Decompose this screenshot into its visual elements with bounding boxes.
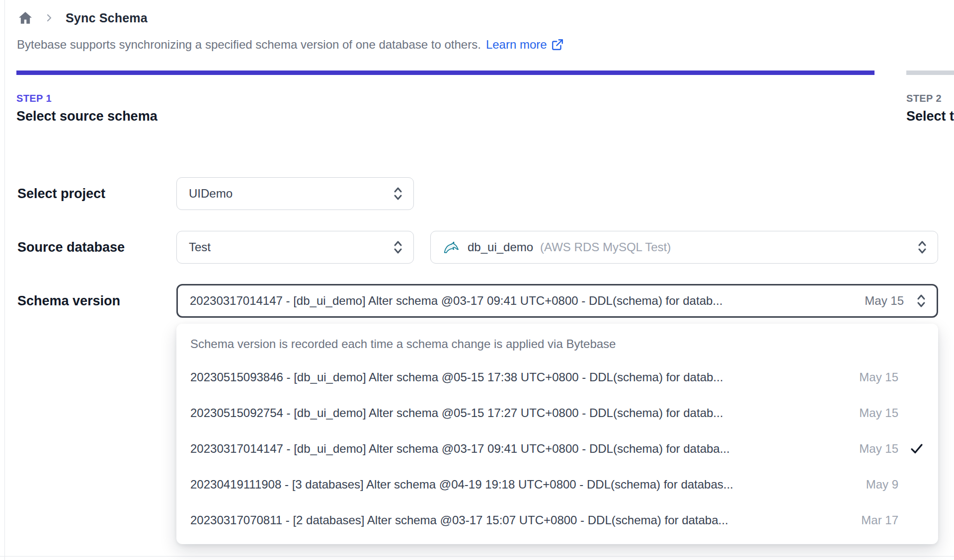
option-date: May 15	[851, 406, 898, 420]
learn-more-label: Learn more	[486, 38, 547, 52]
option-date: May 9	[851, 478, 898, 491]
breadcrumb: Sync Schema	[18, 8, 148, 28]
schema-version-select-date: May 15	[865, 294, 904, 308]
step2-title: Select t	[906, 109, 954, 124]
database-select-value: db_ui_demo	[468, 240, 533, 254]
chevron-up-down-icon	[392, 185, 404, 202]
schema-version-option[interactable]: 20230419111908 - [3 databases] Alter sch…	[176, 467, 938, 502]
schema-version-option[interactable]: 20230515092754 - [db_ui_demo] Alter sche…	[176, 395, 938, 431]
chevron-up-down-icon	[392, 239, 404, 256]
option-date: May 15	[851, 370, 898, 384]
step1-progress-bar	[16, 70, 874, 75]
environment-select[interactable]: Test	[176, 231, 414, 264]
option-text: 20230515093846 - [db_ui_demo] Alter sche…	[190, 370, 851, 384]
database-select[interactable]: db_ui_demo (AWS RDS MySQL Test)	[430, 231, 938, 264]
option-text: 20230317070811 - [2 databases] Alter sch…	[190, 513, 851, 527]
schema-version-dropdown: Schema version is recorded each time a s…	[176, 324, 938, 544]
schema-version-label: Schema version	[17, 284, 120, 317]
step2-progress-bar	[906, 70, 954, 75]
chevron-up-down-icon	[915, 292, 928, 309]
option-text: 20230515092754 - [db_ui_demo] Alter sche…	[190, 406, 851, 420]
home-icon[interactable]	[18, 10, 33, 25]
option-date: May 15	[851, 442, 898, 456]
database-select-annotation: (AWS RDS MySQL Test)	[540, 240, 910, 254]
schema-version-option[interactable]: 20230515093846 - [db_ui_demo] Alter sche…	[176, 359, 938, 395]
schema-version-option[interactable]: 20230317070811 - [2 databases] Alter sch…	[176, 502, 938, 538]
chevron-right-icon	[45, 13, 54, 22]
external-link-icon	[551, 38, 564, 51]
step2-label: STEP 2	[906, 93, 942, 104]
source-database-label: Source database	[17, 231, 125, 264]
chevron-up-down-icon	[916, 239, 929, 256]
project-select-value: UIDemo	[189, 187, 386, 201]
schema-version-option-selected[interactable]: 20230317014147 - [db_ui_demo] Alter sche…	[176, 431, 938, 467]
schema-version-select-value: 20230317014147 - [db_ui_demo] Alter sche…	[190, 294, 857, 308]
option-text: 20230419111908 - [3 databases] Alter sch…	[190, 478, 851, 491]
content-bottom-divider	[0, 556, 954, 557]
select-project-label: Select project	[17, 177, 105, 210]
intro-text: Bytebase supports synchronizing a specif…	[17, 38, 564, 52]
step1-label: STEP 1	[16, 93, 52, 104]
environment-select-value: Test	[189, 240, 386, 254]
sync-schema-page: Sync Schema Bytebase supports synchroniz…	[0, 0, 954, 560]
option-date: Mar 17	[851, 513, 898, 527]
dropdown-hint: Schema version is recorded each time a s…	[176, 337, 938, 359]
option-text: 20230317014147 - [db_ui_demo] Alter sche…	[190, 442, 851, 456]
content-left-divider	[4, 0, 5, 560]
project-select[interactable]: UIDemo	[176, 177, 414, 210]
learn-more-link[interactable]: Learn more	[486, 38, 564, 52]
intro-description: Bytebase supports synchronizing a specif…	[17, 38, 481, 52]
mysql-dolphin-icon	[443, 239, 460, 256]
schema-version-select[interactable]: 20230317014147 - [db_ui_demo] Alter sche…	[176, 284, 938, 318]
page-title: Sync Schema	[66, 11, 148, 25]
step1-title: Select source schema	[16, 109, 158, 124]
check-icon	[898, 441, 924, 456]
